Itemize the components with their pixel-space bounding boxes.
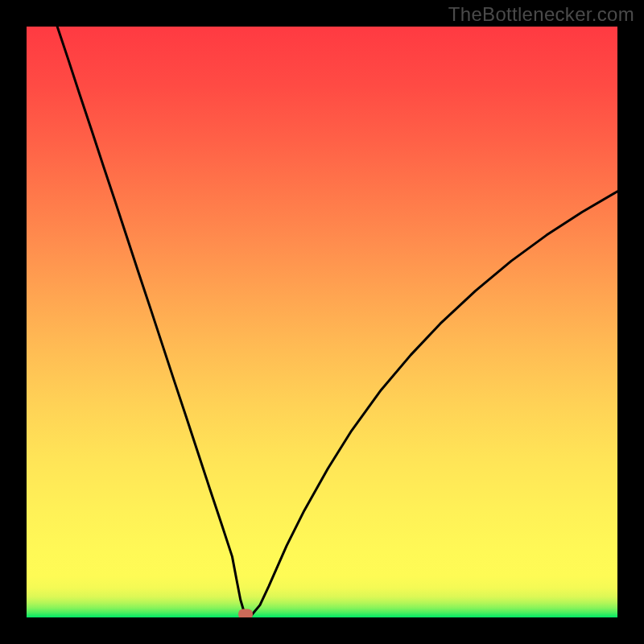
plot-area [27, 27, 617, 617]
optimum-marker [238, 609, 253, 617]
curve-svg [27, 27, 617, 617]
watermark-text: TheBottlenecker.com [448, 3, 634, 26]
chart-frame: TheBottlenecker.com [0, 0, 644, 644]
bottleneck-curve [57, 27, 617, 616]
